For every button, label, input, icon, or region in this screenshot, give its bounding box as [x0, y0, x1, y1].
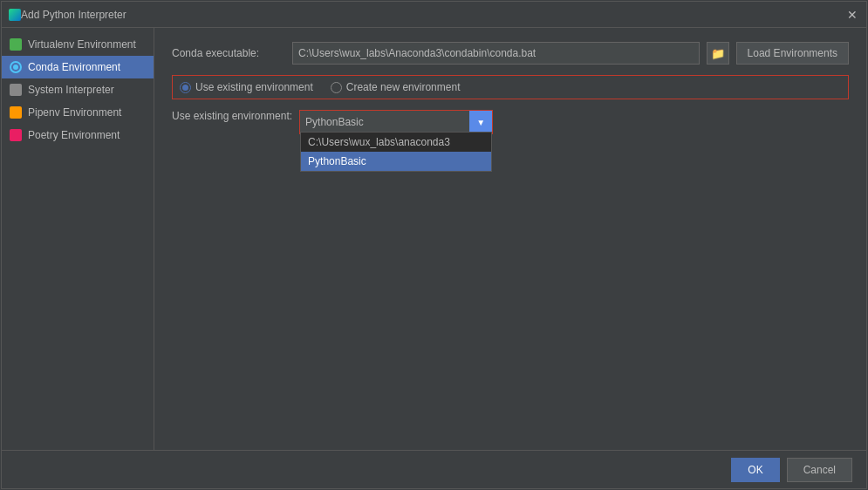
chevron-down-icon: ▼	[476, 118, 485, 127]
virtualenv-icon	[9, 37, 23, 51]
folder-icon: 📁	[711, 47, 725, 60]
dialog-content: Virtualenv Environment Conda Environment…	[2, 28, 866, 450]
sidebar-item-poetry[interactable]: Poetry Environment	[2, 124, 154, 146]
sidebar-item-system-label: System Interpreter	[28, 84, 114, 96]
conda-executable-row: Conda executable: 📁 Load Environments	[172, 42, 849, 65]
dropdown-arrow: ▼	[469, 111, 492, 133]
pipenv-icon	[9, 105, 23, 119]
close-button[interactable]: ✕	[845, 8, 859, 22]
sidebar-item-conda[interactable]: Conda Environment	[2, 56, 154, 78]
use-existing-env-row: Use existing environment: PythonBasic ▼ …	[172, 110, 849, 134]
poetry-icon	[9, 128, 23, 142]
create-new-radio-circle	[331, 82, 342, 93]
use-existing-radio-label: Use existing environment	[195, 81, 313, 93]
sidebar-item-poetry-label: Poetry Environment	[28, 129, 120, 141]
dropdown-option-0[interactable]: C:\Users\wux_labs\anaconda3	[301, 133, 491, 152]
environment-dropdown[interactable]: PythonBasic ▼	[300, 111, 492, 133]
conda-icon	[9, 60, 23, 74]
dialog-footer: OK Cancel	[2, 450, 866, 488]
conda-executable-label: Conda executable:	[172, 47, 285, 59]
use-existing-env-label: Use existing environment:	[172, 110, 292, 122]
conda-executable-input[interactable]	[292, 42, 700, 65]
dropdown-option-1[interactable]: PythonBasic	[301, 152, 491, 171]
environment-type-radio-group: Use existing environment Create new envi…	[172, 75, 849, 99]
main-panel: Conda executable: 📁 Load Environments Us…	[154, 28, 866, 450]
create-new-radio-label: Create new environment	[346, 81, 461, 93]
folder-browse-button[interactable]: 📁	[707, 42, 729, 65]
sidebar-item-system[interactable]: System Interpreter	[2, 78, 154, 101]
dropdown-list: C:\Users\wux_labs\anaconda3 PythonBasic	[300, 132, 492, 172]
title-bar: Add Python Interpreter ✕	[2, 2, 866, 28]
environment-dropdown-wrapper: PythonBasic ▼ C:\Users\wux_labs\anaconda…	[299, 110, 493, 134]
system-icon	[9, 83, 23, 97]
sidebar: Virtualenv Environment Conda Environment…	[2, 28, 154, 450]
app-icon	[9, 9, 21, 21]
cancel-button[interactable]: Cancel	[787, 458, 852, 482]
sidebar-item-conda-label: Conda Environment	[28, 61, 120, 73]
add-python-interpreter-dialog: Add Python Interpreter ✕ Virtualenv Envi…	[1, 1, 867, 489]
sidebar-item-pipenv[interactable]: Pipenv Environment	[2, 101, 154, 124]
sidebar-item-pipenv-label: Pipenv Environment	[28, 106, 121, 119]
sidebar-item-virtualenv[interactable]: Virtualenv Environment	[2, 33, 154, 56]
sidebar-item-virtualenv-label: Virtualenv Environment	[28, 38, 136, 51]
ok-button[interactable]: OK	[731, 458, 779, 482]
use-existing-radio-circle	[180, 82, 191, 93]
use-existing-radio[interactable]: Use existing environment	[180, 81, 313, 93]
dialog-title: Add Python Interpreter	[21, 9, 845, 21]
environment-dropdown-value: PythonBasic	[305, 116, 468, 128]
create-new-radio[interactable]: Create new environment	[331, 81, 461, 93]
load-environments-button[interactable]: Load Environments	[736, 42, 849, 65]
